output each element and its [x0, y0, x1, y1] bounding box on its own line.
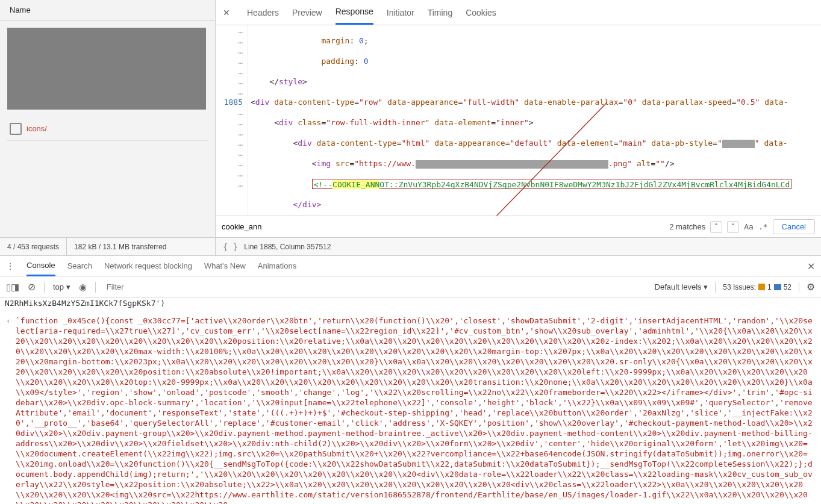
drawer-tab-whatsnew[interactable]: What's New: [204, 257, 246, 275]
tab-preview[interactable]: Preview: [292, 1, 322, 24]
response-code-view[interactable]: …………………1885…………………… margin: 0; padding: …: [216, 25, 821, 216]
code-token: margin: [321, 36, 349, 45]
request-list-body: icons/: [0, 20, 215, 237]
issues-label: 53 Issues:: [723, 283, 756, 291]
sidebar-toggle-icon[interactable]: ▯◨: [6, 282, 19, 293]
code-token: data-: [764, 98, 788, 107]
search-match: COOKIE_ANN: [332, 180, 379, 189]
console-drawer: ⋮ Console Search Network request blockin…: [0, 256, 821, 504]
issues-info-count: 52: [784, 283, 791, 291]
separator: [799, 282, 799, 293]
code-token: data-appearance: [434, 138, 505, 148]
code-token: "": [655, 159, 665, 168]
clear-console-icon[interactable]: ⊘: [28, 281, 36, 293]
console-line-clipped: N2RhMiksXzB4MzY5ZmI1KCk7fSgpKSk7'): [5, 298, 816, 308]
console-error-text: `function _0x45ce(){const _0x30cc77=['ac…: [16, 316, 816, 504]
response-panel: ✕ Headers Preview Response Initiator Tim…: [216, 0, 821, 255]
code-token: 0: [359, 36, 364, 45]
drawer-tab-search[interactable]: Search: [67, 257, 92, 275]
tab-cookies[interactable]: Cookies: [466, 1, 496, 24]
redacted-block: [416, 160, 608, 169]
code-lines[interactable]: margin: 0; padding: 0 </style> <div data…: [248, 25, 821, 216]
code-token: "row": [359, 98, 382, 107]
drawer-close-icon[interactable]: ✕: [807, 261, 815, 272]
console-output[interactable]: N2RhMiksXzB4MzY5ZmI1KCk7fSgpKSk7') ‹ `fu…: [0, 298, 821, 504]
code-token: "0": [623, 98, 637, 107]
code-token: style: [279, 77, 302, 86]
tab-response[interactable]: Response: [336, 0, 373, 25]
code-token: "inner": [496, 118, 529, 127]
code-token: alt: [637, 159, 651, 168]
code-token: padding: [321, 57, 354, 66]
match-case-toggle[interactable]: Aa: [744, 222, 754, 231]
cancel-button[interactable]: Cancel: [773, 219, 815, 234]
console-error-block: ‹ `function _0x45ce(){const _0x30cc77=['…: [5, 316, 816, 504]
redacted-block: [722, 140, 755, 148]
code-token: "row-full-width-inner": [326, 118, 429, 127]
live-expression-icon[interactable]: ◉: [79, 282, 87, 293]
code-token: "full-width": [463, 98, 519, 107]
code-token: div: [279, 118, 293, 127]
checkbox-icon[interactable]: [10, 123, 22, 135]
separator: [715, 282, 716, 293]
search-next-button[interactable]: ˅: [727, 221, 739, 233]
code-token: <!--: [314, 180, 332, 189]
code-token: class: [298, 118, 321, 127]
drawer-tab-animations[interactable]: Animations: [258, 257, 296, 275]
log-levels-selector[interactable]: Default levels ▾: [655, 282, 708, 291]
code-token: </: [269, 77, 279, 86]
code-token: data-parallax-speed: [642, 98, 732, 107]
code-token: data-element: [434, 118, 491, 127]
context-label: top: [53, 282, 64, 291]
request-preview-thumbnail[interactable]: [7, 28, 206, 110]
code-token: "https://www.: [354, 159, 416, 168]
code-token: >: [302, 77, 307, 86]
search-prev-button[interactable]: ˄: [710, 221, 722, 233]
code-token: "html": [401, 138, 429, 148]
network-request-list: Name icons/ 4 / 453 requests 182 kB / 13…: [0, 0, 216, 255]
code-token: .png": [608, 159, 632, 168]
line-gutter: …………………1885……………………: [216, 25, 248, 216]
code-token: OT::ZnVuY3Rpb24gXzB4NDVjZSgpe2NvbnN0IF8w…: [379, 180, 790, 189]
response-search-bar: 2 matches ˄ ˅ Aa .* Cancel: [216, 216, 821, 237]
close-icon[interactable]: ✕: [223, 8, 234, 17]
issues-counter[interactable]: 53 Issues: 1 52: [723, 283, 791, 291]
list-header-name[interactable]: Name: [0, 0, 215, 20]
context-selector[interactable]: top ▾: [53, 282, 70, 291]
code-token: data-pb-style: [651, 138, 713, 148]
levels-label: Default levels: [655, 282, 702, 291]
code-token: data-content-type: [317, 138, 397, 148]
console-toolbar: ▯◨ ⊘ top ▾ ◉ Default levels ▾ 53 Issues:…: [0, 276, 821, 298]
code-token: div: [298, 138, 311, 148]
separator: [44, 282, 45, 293]
gear-icon[interactable]: ⚙: [807, 281, 815, 293]
tab-timing[interactable]: Timing: [428, 1, 453, 24]
drawer-tab-network-blocking[interactable]: Network request blocking: [104, 257, 192, 275]
separator: [95, 282, 96, 293]
code-token: data-element: [557, 138, 614, 148]
code-token: data-content-type: [274, 98, 354, 107]
console-filter-input[interactable]: [104, 280, 646, 294]
search-input[interactable]: [216, 219, 669, 235]
status-requests: 4 / 453 requests: [0, 238, 67, 255]
pretty-print-icon[interactable]: { }: [223, 242, 238, 252]
request-row-icons[interactable]: icons/: [7, 117, 208, 141]
code-token: src: [336, 159, 349, 168]
regex-toggle[interactable]: .*: [758, 222, 768, 231]
tab-initiator[interactable]: Initiator: [387, 1, 414, 24]
response-tabs: ✕ Headers Preview Response Initiator Tim…: [216, 0, 821, 25]
code-token: "default": [510, 138, 552, 148]
info-badge-icon: [774, 284, 781, 290]
tab-headers[interactable]: Headers: [247, 1, 279, 24]
code-token: data-enable-parallax: [524, 98, 619, 107]
more-icon[interactable]: ⋮: [6, 261, 14, 271]
drawer-tab-console[interactable]: Console: [27, 256, 55, 276]
network-status-bar: 4 / 453 requests 182 kB / 13.1 MB transf…: [0, 237, 215, 255]
expand-chevron-icon[interactable]: ‹: [5, 316, 12, 504]
drawer-tabs: ⋮ Console Search Network request blockin…: [0, 256, 821, 276]
code-token: img: [317, 159, 331, 168]
cursor-location: Line 1885, Column 357512: [244, 243, 331, 251]
code-token: div: [255, 98, 269, 107]
code-token: data-appearance: [387, 98, 458, 107]
code-token: "0.5": [736, 98, 760, 107]
